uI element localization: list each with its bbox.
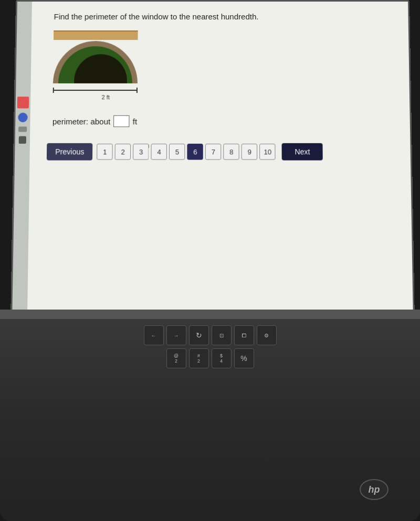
key-forward-arrow[interactable]: → [166, 325, 186, 345]
measurement-label: 2 ft [52, 94, 159, 100]
page-btn-3[interactable]: 3 [133, 144, 149, 160]
sidebar-item-square [19, 136, 26, 144]
hp-logo-text: hp [369, 484, 380, 495]
perimeter-unit: ft [133, 116, 138, 125]
measurement-bar [54, 90, 136, 91]
laptop-body: ← → ↻ ⊡ ⧠ ⚙ @2 #2 $4 % hp [0, 310, 420, 521]
measurement-line [53, 88, 138, 93]
window-image: 2 ft [52, 30, 159, 104]
key-back-arrow[interactable]: ← [144, 325, 164, 345]
key-hash-2[interactable]: #2 [189, 348, 209, 368]
sidebar-item-blue[interactable] [18, 113, 27, 122]
page-btn-4[interactable]: 4 [151, 144, 167, 160]
laptop-hinge [0, 310, 420, 319]
page-btn-1[interactable]: 1 [97, 144, 113, 160]
arch-ground [54, 30, 138, 40]
key-dollar-4[interactable]: $4 [212, 348, 232, 368]
page-btn-6[interactable]: 6 [187, 144, 203, 160]
key-at-2[interactable]: @2 [166, 348, 186, 368]
hp-logo: hp [360, 479, 388, 500]
sidebar-strip [12, 2, 32, 332]
laptop-screen: Find the perimeter of the window to the … [10, 0, 415, 334]
perimeter-input[interactable] [113, 115, 129, 127]
perimeter-label: perimeter: about [52, 116, 111, 125]
page-btn-5[interactable]: 5 [169, 144, 185, 160]
page-btn-9[interactable]: 9 [242, 144, 257, 160]
page-btn-8[interactable]: 8 [224, 144, 239, 160]
key-percent[interactable]: % [234, 348, 254, 368]
keyboard-row-1: ← → ↻ ⊡ ⧠ ⚙ [10, 325, 410, 345]
page-btn-10[interactable]: 10 [260, 144, 276, 160]
arch-inner [58, 46, 132, 83]
arch-dark-center [74, 54, 127, 83]
key-refresh[interactable]: ↻ [189, 325, 209, 345]
next-button[interactable]: Next [282, 143, 323, 161]
pagination: Previous 1 2 3 4 5 6 7 8 9 10 Next [47, 143, 390, 161]
sidebar-item-diamond [18, 126, 27, 132]
previous-button[interactable]: Previous [47, 143, 93, 161]
measurement-tick-right [136, 88, 138, 93]
keyboard-area: ← → ↻ ⊡ ⧠ ⚙ @2 #2 $4 % [10, 325, 410, 456]
keyboard-row-2: @2 #2 $4 % [10, 348, 410, 368]
screen-content: Find the perimeter of the window to the … [12, 2, 414, 332]
key-multiwindow[interactable]: ⧠ [234, 325, 254, 345]
page-btn-2[interactable]: 2 [115, 144, 131, 160]
arch-container [53, 30, 138, 83]
key-window[interactable]: ⊡ [212, 325, 232, 345]
sidebar-item-red[interactable] [17, 97, 29, 108]
arch-outer [53, 41, 138, 83]
page-btn-7[interactable]: 7 [205, 144, 221, 160]
key-settings[interactable]: ⚙ [257, 325, 277, 345]
perimeter-area: perimeter: about ft [52, 115, 389, 127]
question-text: Find the perimeter of the window to the … [54, 12, 387, 21]
